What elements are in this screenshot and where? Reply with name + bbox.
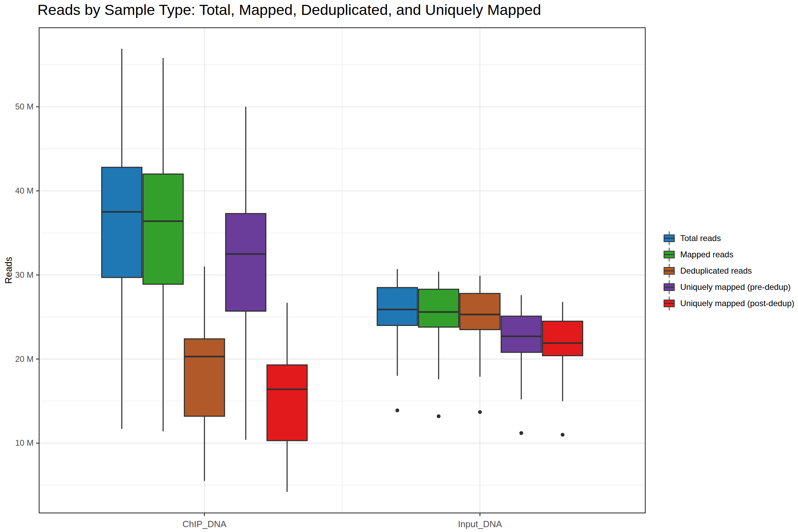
x-tick-label: ChIP_DNA xyxy=(183,519,227,529)
legend-boxplot-key-icon xyxy=(663,231,675,246)
outlier-point xyxy=(561,433,565,437)
x-tick-label: Input_DNA xyxy=(458,519,502,529)
legend-item: Total reads xyxy=(663,230,795,246)
outlier-point xyxy=(396,408,399,412)
y-tick-label: 10 M xyxy=(15,438,34,447)
iqr-box xyxy=(542,321,583,356)
legend-boxplot-key-icon xyxy=(663,280,675,295)
legend-boxplot-key-icon xyxy=(663,296,675,311)
y-tick-label: 20 M xyxy=(15,354,34,364)
iqr-box xyxy=(460,293,500,329)
legend-label: Mapped reads xyxy=(680,250,733,259)
y-axis-title: Reads xyxy=(3,257,14,284)
iqr-box xyxy=(226,214,266,311)
legend-item: Uniquely mapped (pre-dedup) xyxy=(663,279,795,295)
y-tick-label: 40 M xyxy=(15,186,34,195)
iqr-box xyxy=(267,365,307,441)
iqr-box xyxy=(418,289,459,327)
legend: Total readsMapped readsDeduplicated read… xyxy=(663,230,795,311)
legend-item: Uniquely mapped (post-dedup) xyxy=(663,295,795,311)
legend-item: Mapped reads xyxy=(663,246,795,263)
legend-label: Total reads xyxy=(680,233,721,243)
iqr-box xyxy=(501,316,541,352)
legend-label: Uniquely mapped (post-dedup) xyxy=(680,299,795,308)
iqr-box xyxy=(184,339,224,416)
legend-boxplot-key-icon xyxy=(663,247,675,262)
legend-boxplot-key-icon xyxy=(663,263,675,278)
y-tick-label: 30 M xyxy=(15,270,34,280)
legend-item: Deduplicated reads xyxy=(663,263,795,279)
outlier-point xyxy=(437,414,441,418)
outlier-point xyxy=(478,410,482,414)
iqr-box xyxy=(102,167,142,277)
iqr-box xyxy=(377,287,417,325)
legend-label: Deduplicated reads xyxy=(680,266,752,276)
outlier-point xyxy=(520,431,523,435)
iqr-box xyxy=(143,174,183,284)
legend-label: Uniquely mapped (pre-dedup) xyxy=(680,282,791,292)
y-tick-label: 50 M xyxy=(15,102,34,111)
